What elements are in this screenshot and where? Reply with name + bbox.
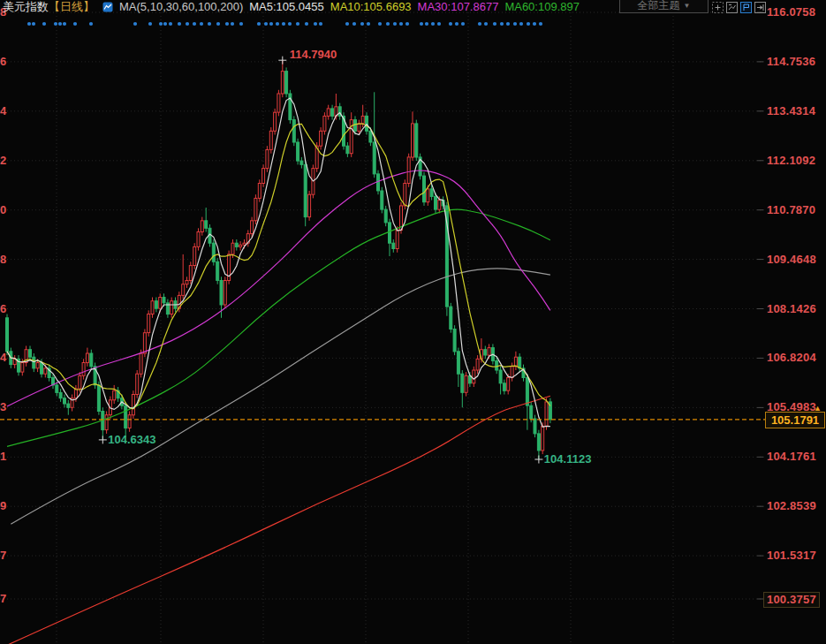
themes-dropdown-label: 全部主题 <box>638 0 680 13</box>
y-axis-label: 108.1426 <box>767 302 816 316</box>
themes-dropdown[interactable]: 全部主题 ▼ <box>619 0 709 13</box>
ma-settings-label: MA(5,10,30,60,100,200) <box>119 0 243 13</box>
chart-flag-icon[interactable] <box>740 1 752 12</box>
y-axis-label-clipped: 4 <box>0 351 6 365</box>
y-axis-label: 104.1761 <box>767 450 816 464</box>
y-axis-label: 112.1092 <box>767 154 815 168</box>
y-axis-label: 106.8204 <box>767 351 816 365</box>
y-axis-label-clipped: 1 <box>0 450 6 464</box>
period-label: 【日线】 <box>49 0 95 13</box>
line-chart-icon <box>102 2 113 12</box>
chevron-down-icon: ▼ <box>684 2 691 10</box>
y-axis-label-clipped: 2 <box>0 154 6 168</box>
trading-chart-window: 美元指数【日线】 MA(5,10,30,60,100,200) MA5:105.… <box>0 0 826 644</box>
dock-window-icon[interactable] <box>726 1 738 12</box>
ma30-value: MA30:107.8677 <box>418 0 499 13</box>
y-axis-label-clipped: 6 <box>0 302 6 316</box>
low-price-annotation-2: 104.1123 <box>544 452 592 466</box>
y-axis-label: 109.4648 <box>767 253 816 267</box>
crosshair-panel-icon[interactable] <box>712 1 724 12</box>
y-axis-label-clipped: 0 <box>0 203 6 217</box>
y-axis-label: 116.0758 <box>767 5 815 19</box>
y-axis-label: 113.4314 <box>767 104 815 118</box>
y-axis-label-clipped: 8 <box>0 253 6 267</box>
current-price-badge: 105.1791 <box>765 412 825 428</box>
price-up-arrow-icon: ▲ <box>814 405 822 413</box>
candlestick-chart[interactable] <box>0 0 826 644</box>
y-axis-label-clipped: 6 <box>0 55 6 69</box>
y-axis-label-clipped: 7 <box>0 592 6 606</box>
highest-price-annotation: 114.7940 <box>290 48 337 61</box>
dock-right-icon[interactable] <box>754 1 766 12</box>
instrument-title: 美元指数 <box>3 0 49 13</box>
y-axis-label-clipped: 9 <box>0 499 6 513</box>
ma10-value: MA10:105.6693 <box>330 0 412 13</box>
ma60-value: MA60:109.897 <box>504 0 580 13</box>
y-axis-label-clipped: 4 <box>0 104 6 118</box>
window-layout-toolbar <box>712 1 766 12</box>
y-axis-label: 100.3757 <box>763 592 820 608</box>
y-axis-label: 101.5317 <box>767 549 816 563</box>
chart-header: 美元指数【日线】 MA(5,10,30,60,100,200) MA5:105.… <box>3 0 580 13</box>
y-axis-label: 114.7536 <box>767 55 815 69</box>
ma5-value: MA5:105.0455 <box>249 0 324 13</box>
y-axis-label: 110.7870 <box>767 203 815 217</box>
y-axis-label-clipped: 7 <box>0 549 6 563</box>
y-axis-label: 102.8539 <box>767 499 816 513</box>
y-axis-label-clipped: 3 <box>0 400 6 414</box>
low-price-annotation-1: 104.6343 <box>108 433 155 446</box>
